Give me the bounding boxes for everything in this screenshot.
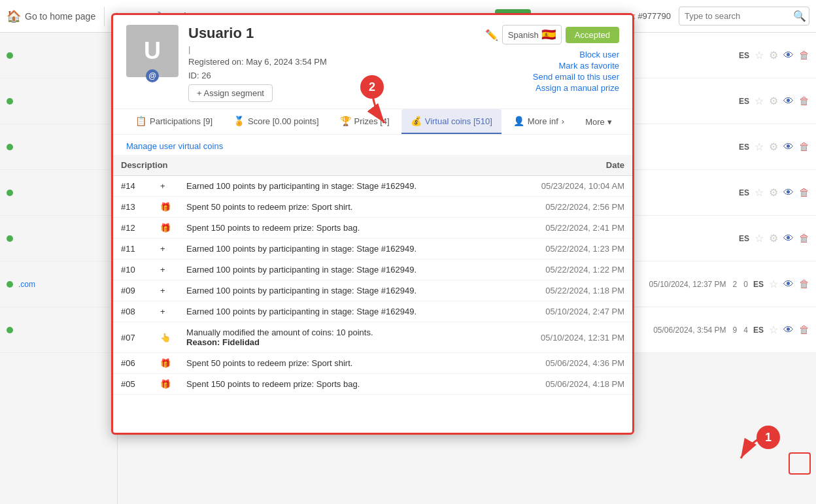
assign-segment-button[interactable]: + Assign segment [188, 84, 273, 102]
user-info: Usuario 1 | Registered on: May 6, 2024 3… [188, 25, 475, 102]
manage-coins-link[interactable]: Manage user virtual coins [113, 135, 632, 155]
tab-more-info[interactable]: 👤 More inf › [504, 109, 573, 134]
right-row: ES ☆ ⚙ 👁 🗑 [633, 78, 816, 124]
status-dot [7, 98, 13, 105]
row-icon: 🎁 [152, 197, 178, 218]
eye-icon[interactable]: 👁 [783, 95, 794, 107]
row-icon: 🎁 [152, 374, 178, 395]
row-date: 05/23/2024, 10:04 AM [502, 176, 632, 197]
es-badge: ES [739, 234, 749, 243]
block-user-link[interactable]: Block user [579, 50, 619, 59]
trash-icon[interactable]: 🗑 [799, 187, 809, 199]
more-info-icon: 👤 [513, 116, 524, 126]
eye-icon[interactable]: 👁 [783, 141, 794, 153]
star-icon[interactable]: ☆ [769, 324, 778, 336]
gear-icon[interactable]: ⚙ [769, 95, 778, 107]
chevron-right-icon: › [562, 116, 564, 126]
star-icon[interactable]: ☆ [769, 278, 778, 290]
row-icon: 👆 [152, 322, 178, 353]
tab-score[interactable]: 🏅 Score [0.00 points] [224, 109, 328, 134]
row-number: #13 [113, 197, 152, 218]
val1: 2 [733, 280, 738, 289]
gear-icon[interactable]: ⚙ [769, 186, 778, 199]
more-button[interactable]: More ▾ [576, 110, 621, 133]
eye-icon[interactable]: 👁 [783, 187, 794, 199]
tab-more-info-label: More inf [528, 116, 558, 126]
val2: 0 [743, 280, 748, 289]
table-row: #07👆Manually modified the amount of coin… [113, 322, 632, 353]
table-row: #05🎁Spent 150 points to redeem prize: Sp… [113, 374, 632, 395]
gear-icon[interactable]: ⚙ [769, 141, 778, 153]
tab-participations[interactable]: 📋 Participations [9] [126, 109, 222, 134]
header-right: ✏️ Spanish 🇪🇸 Accepted Block user Mark a… [485, 25, 619, 93]
tab-virtual-coins[interactable]: 💰 Virtual coins [510] [401, 109, 502, 134]
coins-table-container: Description Date #14+Earned 100 points b… [113, 155, 632, 433]
row-number: #12 [113, 218, 152, 239]
row-icon: 🎁 [152, 353, 178, 374]
avatar: U @ [126, 25, 178, 77]
trash-icon[interactable]: 🗑 [799, 324, 809, 336]
tab-participations-label: Participations [9] [150, 116, 212, 126]
trash-icon[interactable]: 🗑 [799, 50, 809, 61]
coins-table: Description Date #14+Earned 100 points b… [113, 155, 632, 395]
arrow-annotation-2: 2 [348, 87, 401, 133]
eye-icon[interactable]: 👁 [783, 50, 794, 61]
desc-header: Description [113, 155, 502, 176]
status-button[interactable]: Accepted [566, 27, 619, 43]
email-icon: @ [146, 69, 159, 82]
trash-icon[interactable]: 🗑 [799, 278, 809, 290]
es-badge: ES [739, 143, 749, 152]
search-box[interactable]: 🔍 [679, 7, 809, 25]
gear-icon[interactable]: ⚙ [769, 49, 778, 61]
home-icon: 🏠 [7, 9, 21, 24]
home-link[interactable]: 🏠 Go to home page [7, 9, 95, 24]
row-date: 05/22/2024, 1:18 PM [502, 280, 632, 301]
star-icon[interactable]: ☆ [755, 95, 764, 107]
trash-icon[interactable]: 🗑 [799, 233, 809, 244]
flag-icon: 🇪🇸 [541, 27, 556, 42]
row-description: Spent 150 points to redeem prize: Sports… [178, 218, 502, 239]
badge-2: 2 [360, 75, 384, 99]
status-dot [7, 235, 13, 242]
table-row: #08+Earned 100 points by participanting … [113, 301, 632, 322]
row-description: Earned 100 points by participanting in s… [178, 176, 502, 197]
eye-icon[interactable]: 👁 [783, 233, 794, 244]
star-icon[interactable]: ☆ [755, 186, 764, 199]
right-row: 05/06/2024, 3:54 PM 9 4 ES ☆ 👁 🗑 [633, 307, 816, 353]
trash-icon[interactable]: 🗑 [799, 141, 809, 153]
row-number: #06 [113, 353, 152, 374]
search-icon: 🔍 [793, 10, 806, 22]
row-number: #09 [113, 280, 152, 301]
eye-icon[interactable]: 👁 [783, 324, 794, 336]
row-icon: + [152, 301, 178, 322]
row-data: 05/06/2024, 3:54 PM 9 4 [639, 326, 748, 335]
star-icon[interactable]: ☆ [755, 232, 764, 244]
list-item [0, 307, 117, 353]
status-dot [7, 281, 13, 288]
gear-icon[interactable]: ⚙ [769, 232, 778, 244]
table-row: #11+Earned 100 points by participanting … [113, 239, 632, 260]
mark-favorite-link[interactable]: Mark as favorite [559, 61, 619, 71]
es-badge: ES [753, 326, 764, 335]
list-item [0, 78, 117, 124]
star-icon[interactable]: ☆ [755, 49, 764, 61]
row-date: 05/10/2024, 12:31 PM [502, 322, 632, 353]
row-number: #14 [113, 176, 152, 197]
row-description: Manually modified the amount of coins: 1… [178, 322, 502, 353]
row-date: 05/06/2024, 4:36 PM [502, 353, 632, 374]
right-row: ES ☆ ⚙ 👁 🗑 [633, 216, 816, 261]
date-value: 05/10/2024, 12:37 PM [649, 280, 726, 289]
row-date: 05/22/2024, 2:41 PM [502, 218, 632, 239]
trash-icon[interactable]: 🗑 [799, 95, 809, 107]
table-row: #10+Earned 100 points by participanting … [113, 260, 632, 280]
edit-icon[interactable]: ✏️ [485, 29, 498, 41]
separator [104, 7, 105, 26]
eye-icon[interactable]: 👁 [783, 278, 794, 290]
assign-prize-link[interactable]: Assign a manual prize [536, 83, 619, 93]
star-icon[interactable]: ☆ [755, 141, 764, 153]
row-description: Spent 50 points to redeem prize: Sport s… [178, 197, 502, 218]
user-modal: U @ Usuario 1 | Registered on: May 6, 20… [111, 13, 634, 435]
send-email-link[interactable]: Send email to this user [533, 72, 619, 82]
tab-coins-label: Virtual coins [510] [425, 116, 492, 126]
search-input[interactable] [685, 11, 789, 21]
